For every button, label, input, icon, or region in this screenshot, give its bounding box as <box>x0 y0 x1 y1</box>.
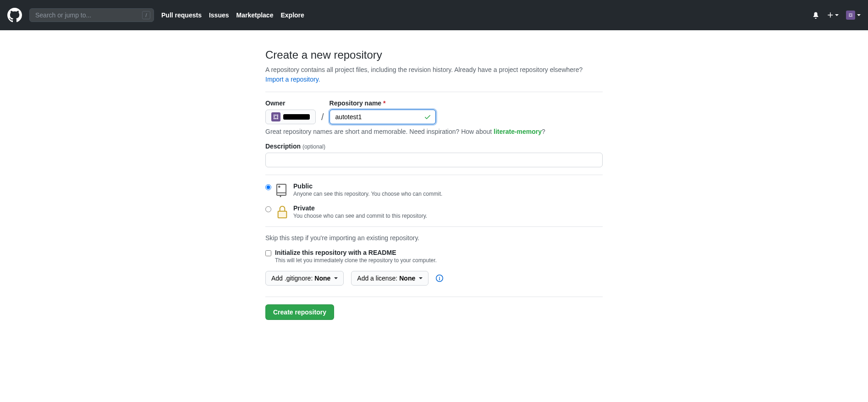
visibility-private-row: Private You choose who can see and commi… <box>265 204 603 219</box>
optional-text: (optional) <box>302 143 325 150</box>
divider <box>265 226 603 227</box>
user-menu[interactable] <box>846 11 861 20</box>
license-select[interactable]: Add a license: None <box>351 271 429 286</box>
owner-label: Owner <box>265 99 316 107</box>
divider <box>265 297 603 297</box>
visibility-public-row: Public Anyone can see this repository. Y… <box>265 182 603 197</box>
lock-icon <box>275 204 290 219</box>
plus-icon <box>827 11 834 19</box>
private-note: You choose who can see and commit to thi… <box>293 213 427 219</box>
global-header: / Pull requests Issues Marketplace Explo… <box>0 0 868 30</box>
visibility-public-radio[interactable] <box>265 184 271 190</box>
info-icon[interactable] <box>436 275 443 282</box>
chevron-down-icon <box>334 277 338 279</box>
search-slash-hint: / <box>142 11 150 19</box>
owner-group: Owner <box>265 99 316 124</box>
description-label: Description (optional) <box>265 143 325 150</box>
chevron-down-icon <box>857 14 861 16</box>
private-text: Private You choose who can see and commi… <box>293 204 427 219</box>
search-input[interactable] <box>29 8 154 22</box>
readme-note: This will let you immediately clone the … <box>275 257 437 264</box>
search-wrap: / <box>29 8 154 22</box>
repo-name-group: Repository name * <box>330 99 436 124</box>
page-subtitle: A repository contains all project files,… <box>265 65 603 84</box>
gitignore-prefix: Add .gitignore: <box>271 275 313 282</box>
hint-prefix: Great repository names are short and mem… <box>265 128 494 135</box>
main-container: Create a new repository A repository con… <box>258 30 610 338</box>
nav-explore[interactable]: Explore <box>280 11 304 19</box>
nav-marketplace[interactable]: Marketplace <box>236 11 274 19</box>
owner-repo-row: Owner / Repository name * <box>265 99 603 124</box>
public-note: Anyone can see this repository. You choo… <box>293 191 442 197</box>
license-value: None <box>399 275 415 282</box>
chevron-down-icon <box>419 277 423 279</box>
avatar <box>846 11 855 20</box>
repo-name-label-text: Repository name <box>330 99 382 107</box>
check-icon <box>424 113 431 121</box>
header-nav: Pull requests Issues Marketplace Explore <box>161 11 304 19</box>
repo-name-input[interactable] <box>330 110 436 124</box>
visibility-private-radio[interactable] <box>265 206 271 212</box>
divider <box>265 92 603 92</box>
required-star: * <box>383 99 385 107</box>
gitignore-value: None <box>314 275 330 282</box>
github-logo-icon[interactable] <box>7 8 22 22</box>
desc-label-text: Description <box>265 143 301 150</box>
repo-name-label: Repository name * <box>330 99 436 107</box>
public-text: Public Anyone can see this repository. Y… <box>293 182 442 197</box>
slash-separator: / <box>319 112 326 124</box>
hint-suffix: ? <box>542 128 545 135</box>
readme-label: Initialize this repository with a README <box>275 249 437 256</box>
owner-select[interactable] <box>265 110 316 124</box>
header-right <box>812 11 861 20</box>
license-prefix: Add a license: <box>357 275 397 282</box>
svg-point-1 <box>279 186 280 187</box>
gitignore-select[interactable]: Add .gitignore: None <box>265 271 344 286</box>
private-label: Private <box>293 204 427 212</box>
description-input[interactable] <box>265 153 603 167</box>
owner-name-redacted <box>283 114 310 120</box>
public-label: Public <box>293 182 442 190</box>
readme-checkbox[interactable] <box>265 250 271 256</box>
readme-text: Initialize this repository with a README… <box>275 249 437 264</box>
import-repo-link[interactable]: Import a repository. <box>265 76 320 83</box>
repo-icon <box>275 182 290 197</box>
name-suggestion[interactable]: literate-memory <box>494 128 542 135</box>
owner-avatar <box>271 112 280 121</box>
create-new-dropdown[interactable] <box>827 11 839 19</box>
repo-name-hint: Great repository names are short and mem… <box>265 128 603 135</box>
repo-name-wrap <box>330 110 436 124</box>
nav-pull-requests[interactable]: Pull requests <box>161 11 202 19</box>
svg-rect-0 <box>277 184 286 195</box>
subtitle-text: A repository contains all project files,… <box>265 66 582 73</box>
page-title: Create a new repository <box>265 49 603 61</box>
create-repo-button[interactable]: Create repository <box>265 304 334 320</box>
desc-label-row: Description (optional) <box>265 143 603 150</box>
chevron-down-icon <box>835 14 839 16</box>
svg-rect-4 <box>278 211 287 218</box>
nav-issues[interactable]: Issues <box>209 11 229 19</box>
bell-icon[interactable] <box>812 11 819 19</box>
readme-row: Initialize this repository with a README… <box>265 249 603 264</box>
gitignore-license-row: Add .gitignore: None Add a license: None <box>265 271 603 286</box>
divider <box>265 175 603 175</box>
skip-note: Skip this step if you're importing an ex… <box>265 234 603 242</box>
